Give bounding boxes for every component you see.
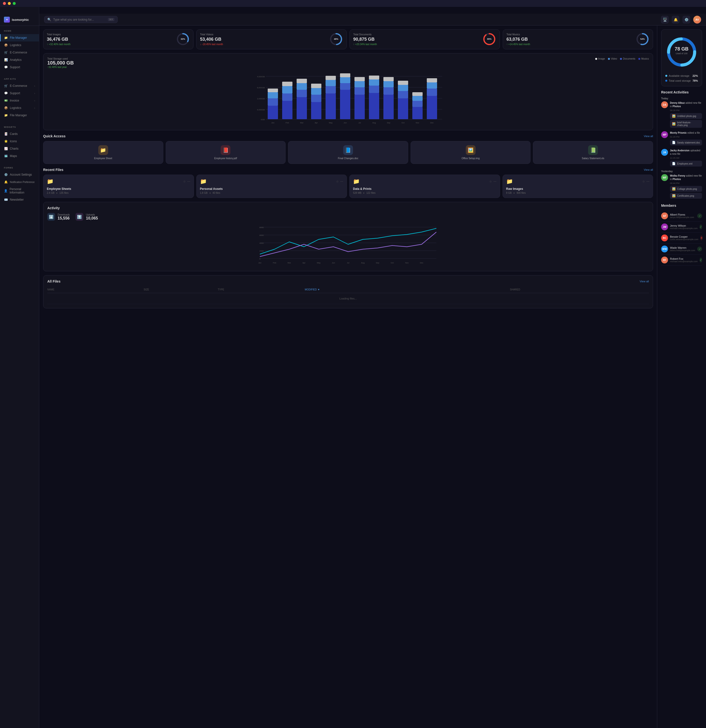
maximize-button[interactable] <box>13 2 16 5</box>
final-changes-icon: 📘 <box>343 145 353 155</box>
svg-text:Jul: Jul <box>359 122 361 124</box>
more-icon-1[interactable]: ⋯ <box>187 180 190 183</box>
star-icon-2[interactable]: ☆ <box>336 180 339 183</box>
file-size-1: 2.4 GB <box>47 192 55 194</box>
search-box[interactable]: 🔍 ⌘K <box>44 16 118 23</box>
legend-docs-dot <box>620 58 622 60</box>
sidebar-item-appkit-invoice[interactable]: 💵 Invoice › <box>0 97 39 104</box>
chevron-right-icon-4: › <box>34 107 35 110</box>
sidebar-item-charts[interactable]: 📈 Charts <box>0 145 39 152</box>
quick-item-employee-history[interactable]: 📕 Employee history.pdf <box>166 141 286 164</box>
legend-image-label: Image <box>598 58 605 60</box>
chart-title-group: Total Storage used 105,000 GB ↑32.40% la… <box>47 58 74 68</box>
file-card-employee-sheets[interactable]: 📁 ☆ ⋯ Employee Sheets 2.4 GB 135 fil <box>43 175 194 198</box>
svg-rect-74 <box>412 96 423 101</box>
activity-line-chart: 8000 6000 4000 2000 0 Jan <box>47 225 649 266</box>
activity-item-monty: MP Monty Prismic edited a file 01:28 PM … <box>661 131 702 146</box>
stat-change-documents: ↑ +20.34% last month <box>353 43 496 46</box>
quick-item-salary-statement[interactable]: 📗 Salary Statement.xls <box>533 141 653 164</box>
file-size-3: 528 MB <box>353 192 361 194</box>
sidebar-item-appkit-ecommerce[interactable]: 🛒 E-Commerce › <box>0 82 39 90</box>
more-icon-3[interactable]: ⋯ <box>493 180 496 183</box>
avatar-robert: RF <box>661 257 668 263</box>
svg-text:4000: 4000 <box>259 242 264 244</box>
sidebar-section-home-title: HOME <box>0 29 39 34</box>
donut-svg: 78 GB Used of 100 <box>665 33 698 71</box>
recent-files-view-all[interactable]: View all <box>644 168 653 171</box>
avatar-jenny: JW <box>661 224 668 230</box>
sidebar-item-appkit-support[interactable]: 💬 Support › <box>0 90 39 97</box>
sidebar-item-newsletter[interactable]: 📧 Newsletter <box>0 196 39 203</box>
svg-text:54%: 54% <box>640 38 645 40</box>
quick-item-office-setup[interactable]: 🖼️ Office Setup.img <box>411 141 531 164</box>
sidebar-item-notification[interactable]: 🔔 Notification Preference <box>0 178 39 186</box>
minimize-button[interactable] <box>8 2 11 5</box>
sidebar-item-cards[interactable]: 🃏 Cards <box>0 130 39 137</box>
avatar-bessie: BC <box>661 234 668 241</box>
member-name-albert: Albert Flores <box>670 213 695 216</box>
file-card-personal-assets[interactable]: 📁 ☆ ⋯ Personal Assets 1.8 GB 40 file <box>196 175 347 198</box>
sidebar-label-analytics: Analytics <box>10 58 22 62</box>
sidebar-label-icons: Icons <box>10 140 17 143</box>
notifications-icon[interactable]: 🔔 <box>672 16 680 23</box>
settings-icon[interactable]: ⚙️ <box>683 16 690 23</box>
file-card-raw-images[interactable]: 📁 ☆ ⋯ Raw Images 8 GB 900 files <box>503 175 653 198</box>
employee-sheets-folder-icon: 📁 <box>47 178 53 185</box>
file-card-data-prints[interactable]: 📁 ☆ ⋯ Data & Prints 528 MB 122 files <box>349 175 500 198</box>
sidebar-item-file-manager[interactable]: 📁 File Manager <box>0 34 39 42</box>
quick-item-employee-sheet[interactable]: 📁 Employee Sheet <box>43 141 163 164</box>
avatar[interactable]: AV <box>693 16 701 23</box>
sidebar-item-maps[interactable]: 🗺️ Maps <box>0 152 39 160</box>
sidebar-item-support[interactable]: 💬 Support <box>0 64 39 71</box>
star-icon-4[interactable]: ☆ <box>642 180 645 183</box>
svg-rect-65 <box>383 77 394 81</box>
search-input[interactable] <box>53 18 106 21</box>
svg-text:Feb: Feb <box>273 262 276 264</box>
file-meta-1: 2.4 GB 135 files <box>47 192 190 194</box>
svg-rect-64 <box>383 81 394 87</box>
sidebar-item-appkit-logistics[interactable]: 📦 Logistics › <box>0 104 39 111</box>
stat-label-videos: Total Videos <box>200 33 343 36</box>
uploads-stat: ⬆️ Uploads 10,065 <box>75 213 98 221</box>
sidebar-item-ecommerce[interactable]: 🛒 E-Commerce <box>0 49 39 56</box>
svg-text:6000: 6000 <box>259 234 264 237</box>
monitor-icon[interactable]: 🖥️ <box>661 16 669 23</box>
more-icon-4[interactable]: ⋯ <box>647 180 649 183</box>
sidebar-item-icons[interactable]: ⭐ Icons <box>0 137 39 145</box>
sidebar-item-personal-info[interactable]: 👤 Personal Information <box>0 186 39 196</box>
sidebar-item-logistics[interactable]: 📦 Logistics <box>0 42 39 49</box>
star-icon-3[interactable]: ☆ <box>489 180 492 183</box>
legend-image: Image <box>595 58 605 60</box>
svg-rect-44 <box>326 80 336 86</box>
top-bar-right: 🖥️ 🔔 ⚙️ AV <box>661 16 701 23</box>
quick-access-view-all[interactable]: View all <box>644 135 653 137</box>
sidebar-item-appkit-filemanager[interactable]: 📁 File Manager <box>0 111 39 119</box>
stat-value-musics: 63,076 GB <box>506 37 649 42</box>
svg-rect-69 <box>398 85 408 91</box>
star-icon-1[interactable]: ☆ <box>183 180 186 183</box>
svg-text:78 GB: 78 GB <box>674 46 688 52</box>
legend-musics-dot <box>638 58 640 60</box>
close-button[interactable] <box>3 2 6 5</box>
activity-section: Activity ⬇️ Downloads 15,556 ⬆️ <box>43 202 653 271</box>
sidebar-item-account-settings[interactable]: ⚙️ Account Settings <box>0 171 39 178</box>
quick-access-header: Quick Access View all <box>43 134 653 138</box>
available-storage-stat: Available storage 22% <box>665 74 698 77</box>
all-files-title: All Files <box>47 279 61 283</box>
quick-item-final-changes[interactable]: 📘 Final Changes.doc <box>288 141 408 164</box>
storage-donut-section: 78 GB Used of 100 Available storage 22% <box>661 29 702 86</box>
svg-text:Sep: Sep <box>387 122 390 124</box>
sidebar-item-analytics[interactable]: 📊 Analytics <box>0 56 39 64</box>
activity-file-brief: 🖼️ brief-feature-chats.png <box>670 120 702 128</box>
svg-text:Jan: Jan <box>271 122 275 124</box>
sidebar-section-forms: FORMS ⚙️ Account Settings 🔔 Notification… <box>0 163 39 206</box>
stat-card-videos: Total Videos 53,406 GB ↓ -18.45% last mo… <box>196 29 347 49</box>
stat-circle-musics: 54% <box>635 32 649 46</box>
all-files-view-all[interactable]: View all <box>640 280 649 283</box>
col-name: NAME <box>47 286 144 293</box>
sidebar-label-appkit-filemanager: File Manager <box>10 114 27 117</box>
activity-file-collage: 🖼️ Collage photo.png <box>670 186 702 192</box>
svg-rect-78 <box>427 88 437 96</box>
more-icon-2[interactable]: ⋯ <box>340 180 343 183</box>
legend-image-dot <box>595 58 597 60</box>
